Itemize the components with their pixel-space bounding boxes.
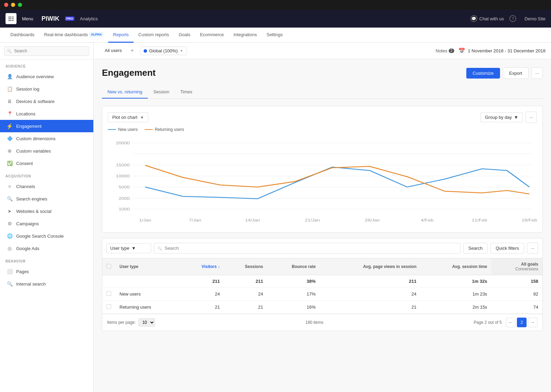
maximize-btn[interactable] — [18, 3, 22, 7]
row1-sessions: 24 — [224, 288, 267, 301]
row1-avg-session-time: 1m 23s — [420, 288, 491, 301]
sidebar-item-campaigns[interactable]: ⚙ Campaigns — [0, 217, 93, 230]
tab-add-button[interactable]: + — [127, 46, 137, 56]
quick-filters-button[interactable]: Quick filters — [490, 243, 524, 254]
internal-search-icon: 🔍 — [7, 281, 13, 287]
row2-user-type: Returning users — [115, 301, 180, 314]
sidebar-item-consent[interactable]: ✅ Consent — [0, 157, 93, 169]
main-layout: AUDIENCE 👤 Audience overview 📋 Session l… — [0, 43, 551, 392]
svg-text:7/Jan: 7/Jan — [189, 218, 201, 222]
audience-section-title: AUDIENCE — [0, 60, 93, 70]
sidebar-item-websites-social[interactable]: ➤ Websites & social — [0, 205, 93, 217]
table-row: New users 24 24 17% 24 1m 23s 92 — [102, 288, 542, 301]
nav-ecommerce[interactable]: Ecommerce — [195, 28, 229, 43]
sidebar-item-label: Google Search Console — [16, 234, 64, 239]
table-more-button[interactable]: ··· — [527, 243, 538, 254]
sidebar-item-label: Pages — [16, 269, 29, 274]
sidebar-item-audience-overview[interactable]: 👤 Audience overview — [0, 70, 93, 83]
prev-page-button[interactable]: ← — [506, 318, 516, 327]
audience-overview-icon: 👤 — [7, 73, 13, 80]
sidebar-item-google-ads[interactable]: ◎ Google Ads — [0, 242, 93, 255]
group-by-button[interactable]: Group by day ▼ — [480, 112, 523, 122]
table-select-arrow: ▼ — [132, 246, 136, 251]
col-visitors[interactable]: Visitors ↓ — [180, 258, 224, 275]
plot-select-arrow: ▼ — [140, 115, 144, 120]
select-all-header[interactable] — [102, 258, 115, 275]
chat-button[interactable]: 💬 Chat with us — [470, 15, 504, 22]
sidebar-item-custom-variables[interactable]: ⊕ Custom variables — [0, 145, 93, 157]
help-icon[interactable]: ? — [509, 15, 516, 22]
chat-label: Chat with us — [479, 16, 504, 21]
sidebar-item-devices[interactable]: 🖥 Devices & software — [0, 95, 93, 107]
row2-checkbox-cell[interactable] — [102, 301, 115, 314]
more-actions-button[interactable]: ··· — [531, 68, 543, 79]
row2-avg-pageviews: 21 — [320, 301, 421, 314]
segment-selector[interactable]: Global (100%) ▼ — [140, 47, 187, 55]
nav-dashboards[interactable]: Dashboards — [6, 28, 39, 43]
sidebar-item-locations[interactable]: 📍 Locations — [0, 107, 93, 120]
nav-settings[interactable]: Settings — [262, 28, 288, 43]
customize-button[interactable]: Customize — [466, 68, 500, 79]
legend-new-users-label: New users — [118, 127, 138, 132]
sub-tab-times[interactable]: Times — [175, 86, 198, 99]
total-items: 180 items — [305, 320, 323, 325]
menu-icon[interactable] — [6, 13, 17, 24]
sidebar-item-label: Google Ads — [16, 246, 39, 251]
row2-checkbox[interactable] — [106, 304, 111, 309]
sub-tab-session[interactable]: Session — [148, 86, 175, 99]
row1-checkbox[interactable] — [106, 291, 111, 296]
menu-label[interactable]: Menu — [22, 16, 33, 21]
minimize-btn[interactable] — [11, 3, 15, 7]
chart-toolbar: Plot on chart ▼ Group by day ▼ ··· — [108, 112, 537, 123]
sidebar-item-session-log[interactable]: 📋 Session log — [0, 83, 93, 95]
engagement-icon: ⚡ — [7, 123, 13, 129]
svg-text:28/Jan: 28/Jan — [365, 218, 380, 222]
segment-chevron-icon: ▼ — [180, 49, 183, 53]
plot-select[interactable]: Plot on chart ▼ — [108, 112, 148, 122]
sidebar-item-custom-dimensions[interactable]: 🔷 Custom dimensions — [0, 132, 93, 145]
next-page-button[interactable]: → — [528, 318, 538, 327]
chart-svg-wrapper: 20000 15000 10000 5000 2000 1000 1/Jan — [108, 136, 537, 227]
sidebar-item-label: Audience overview — [16, 74, 54, 79]
chart-more-button[interactable]: ··· — [526, 112, 537, 123]
site-name: Demo Site — [524, 16, 545, 21]
sub-tab-new-vs-returning[interactable]: New vs. returning — [102, 86, 148, 99]
sidebar-item-google-search[interactable]: 🌐 Google Search Console — [0, 230, 93, 242]
sidebar-item-engagement[interactable]: ⚡ Engagement — [0, 120, 93, 132]
table-search-input[interactable] — [154, 243, 460, 254]
table-search-button[interactable]: Search — [463, 243, 488, 254]
svg-text:20000: 20000 — [116, 141, 129, 145]
calendar-icon[interactable]: 📅 — [458, 48, 465, 54]
nav-reports[interactable]: Reports — [108, 28, 134, 43]
row2-conversions: 74 — [491, 301, 542, 314]
sidebar-item-internal-search[interactable]: 🔍 Internal search — [0, 278, 93, 290]
nav-custom-reports[interactable]: Custom reports — [134, 28, 174, 43]
sidebar-item-channels[interactable]: ⌗ Channels — [0, 180, 93, 193]
nav-integrations[interactable]: Integrations — [229, 28, 262, 43]
sidebar-item-pages[interactable]: ⬜ Pages — [0, 265, 93, 278]
notes-badge: 2 — [449, 49, 454, 53]
sidebar-search-input[interactable] — [4, 46, 89, 56]
table-filter-label: User type — [110, 246, 129, 251]
per-page-select[interactable]: 10 25 50 — [138, 318, 155, 327]
sidebar-item-label: Internal search — [16, 281, 46, 287]
export-button[interactable]: Export — [503, 68, 529, 79]
locations-icon: 📍 — [7, 111, 13, 117]
table-filter-select[interactable]: User type ▼ — [106, 243, 151, 253]
totals-label — [115, 275, 180, 288]
select-all-checkbox[interactable] — [106, 264, 111, 269]
svg-text:4/Feb: 4/Feb — [421, 218, 434, 222]
row1-checkbox-cell[interactable] — [102, 288, 115, 301]
svg-text:5000: 5000 — [119, 185, 130, 189]
close-btn[interactable] — [4, 3, 8, 7]
row1-bounce-rate: 17% — [267, 288, 320, 301]
sidebar-item-search-engines[interactable]: 🔍 Search engines — [0, 193, 93, 205]
segment-dot — [144, 49, 147, 53]
chart-legend: New users Returning users — [108, 127, 537, 132]
current-page-button[interactable]: 2 — [517, 318, 527, 327]
notes-button[interactable]: Notes 2 — [436, 48, 454, 53]
nav-realtime[interactable]: Real-time dashboards ALPHA — [39, 28, 108, 43]
sidebar-item-label: Channels — [16, 184, 35, 189]
nav-goals[interactable]: Goals — [174, 28, 195, 43]
tab-all-users[interactable]: All users — [99, 43, 127, 59]
